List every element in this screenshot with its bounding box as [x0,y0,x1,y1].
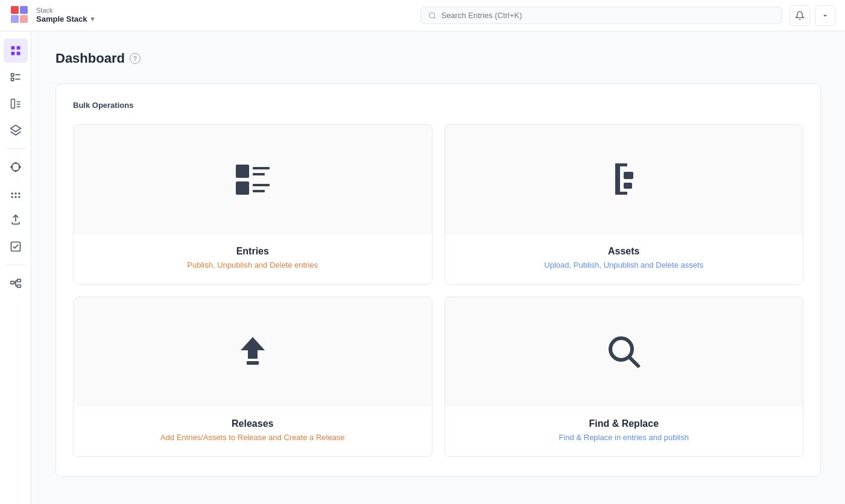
tasks-icon [10,241,22,253]
releases-card-title: Releases [86,418,420,429]
assets-card[interactable]: Assets Upload, Publish, Unpublish and De… [445,124,804,285]
layers-icon [10,124,22,136]
operations-grid: Entries Publish, Unpublish and Delete en… [73,124,803,457]
svg-rect-43 [615,163,627,166]
entries-icon-area [74,125,432,233]
app-header: Stack Sample Stack ▼ [0,0,845,31]
chevron-down-icon [821,11,829,20]
bulk-operations-section: Bulk Operations [55,83,821,477]
sidebar-item-deploy[interactable] [4,208,28,232]
svg-point-18 [11,166,13,168]
svg-rect-44 [615,192,627,195]
svg-line-50 [629,357,638,366]
header-actions [790,5,835,26]
main-layout: Dashboard ? Bulk Operations [0,31,845,504]
svg-rect-41 [253,190,265,192]
assets-card-info: Assets Upload, Publish, Unpublish and De… [445,233,803,284]
sidebar-item-layers[interactable] [4,118,28,142]
notifications-button[interactable] [790,5,810,26]
releases-card[interactable]: Releases Add Entries/Assets to Release a… [73,297,432,457]
sidebar-item-dashboard[interactable] [4,39,28,63]
svg-point-23 [14,192,16,194]
chevron-down-icon: ▼ [90,16,96,23]
svg-point-24 [18,192,20,194]
search-bar[interactable] [420,7,782,24]
svg-point-4 [429,12,435,17]
entries-card-title: Entries [86,246,420,257]
svg-rect-48 [247,361,259,365]
bulk-operations-title: Bulk Operations [73,101,803,110]
sidebar-item-entries[interactable] [4,92,28,116]
main-content: Dashboard ? Bulk Operations [31,31,845,504]
svg-rect-9 [11,74,13,76]
sidebar [0,31,31,504]
releases-card-desc: Add Entries/Assets to Release and Create… [86,433,420,442]
svg-rect-6 [16,46,20,50]
deploy-icon [10,214,22,226]
svg-rect-40 [253,184,270,186]
svg-point-26 [14,196,16,198]
list-detail-icon [10,71,22,83]
sidebar-item-extensions[interactable] [4,181,28,206]
svg-rect-31 [17,285,21,288]
svg-rect-1 [20,6,28,14]
find-replace-icon-area [445,297,803,406]
page-title: Dashboard [55,51,125,66]
svg-point-27 [18,196,20,198]
svg-point-20 [15,163,16,164]
releases-icon-area [74,297,432,406]
find-replace-card[interactable]: Find & Replace Find & Replace in entries… [445,297,804,457]
svg-rect-7 [11,52,14,55]
app-logo [10,5,29,27]
sidebar-item-workflow[interactable] [4,271,28,295]
svg-point-22 [11,192,13,194]
search-input[interactable] [441,11,774,20]
sidebar-item-content-model[interactable] [4,65,28,89]
svg-rect-30 [17,279,21,282]
assets-bulk-icon [604,160,643,198]
sync-icon [10,161,22,173]
stack-info: Stack Sample Stack ▼ [36,7,95,24]
help-icon[interactable]: ? [130,53,141,64]
sidebar-divider-1 [6,148,25,149]
dots-grid-icon [10,187,22,200]
sidebar-item-tasks[interactable] [4,235,28,259]
assets-card-title: Assets [457,246,791,257]
find-replace-card-info: Find & Replace Find & Replace in entries… [445,406,803,456]
entries-card-info: Entries Publish, Unpublish and Delete en… [74,233,432,284]
dashboard-icon [10,45,22,57]
svg-rect-11 [11,78,13,81]
svg-marker-17 [10,125,21,132]
search-icon [428,11,436,20]
entries-card[interactable]: Entries Publish, Unpublish and Delete en… [73,124,432,285]
svg-rect-42 [615,163,620,195]
workflow-icon [10,277,22,289]
entries-card-desc: Publish, Unpublish and Delete entries [86,260,420,269]
releases-card-info: Releases Add Entries/Assets to Release a… [74,406,432,456]
svg-rect-8 [16,52,20,55]
stack-label: Stack [36,7,95,14]
svg-rect-46 [624,183,632,189]
svg-rect-39 [236,181,249,195]
find-replace-card-title: Find & Replace [457,418,791,429]
find-replace-card-desc: Find & Replace in entries and publish [457,433,791,442]
svg-rect-0 [11,6,19,14]
svg-rect-2 [11,15,19,23]
releases-bulk-icon [233,332,272,371]
svg-rect-36 [236,165,249,178]
svg-rect-45 [624,172,633,179]
assets-icon-area [445,125,803,233]
sidebar-item-sync[interactable] [4,155,28,179]
svg-rect-29 [10,282,14,284]
entries-icon [10,98,22,110]
stack-name-button[interactable]: Sample Stack ▼ [36,14,95,24]
bell-icon [795,11,805,20]
svg-rect-3 [20,15,28,23]
sidebar-divider-2 [6,265,25,265]
page-header: Dashboard ? [55,51,821,66]
svg-rect-13 [11,99,14,109]
svg-point-25 [11,196,13,198]
more-options-button[interactable] [815,5,835,26]
svg-rect-5 [11,46,14,50]
find-replace-bulk-icon [604,332,643,371]
